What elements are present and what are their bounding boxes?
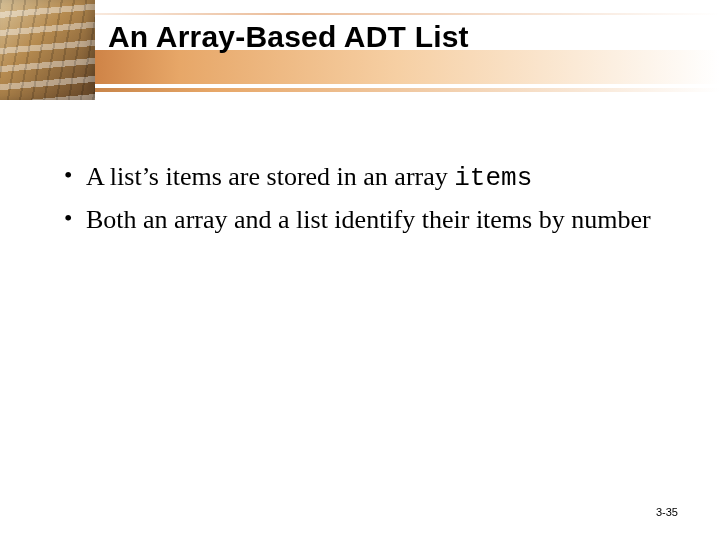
bullet-list: A list’s items are stored in an array it…: [60, 160, 660, 239]
code-text: items: [454, 163, 532, 193]
page-number: 3-35: [656, 506, 678, 518]
list-item: Both an array and a list identify their …: [60, 203, 660, 238]
header-band: [0, 50, 720, 84]
decorative-line: [0, 88, 720, 92]
header-photo: [0, 0, 95, 100]
bullet-text: Both an array and a list identify their …: [86, 205, 651, 234]
slide-body: A list’s items are stored in an array it…: [60, 160, 660, 247]
slide: An Array-Based ADT List A list’s items a…: [0, 0, 720, 540]
slide-title: An Array-Based ADT List: [108, 20, 688, 54]
bullet-text: A list’s items are stored in an array: [86, 162, 454, 191]
list-item: A list’s items are stored in an array it…: [60, 160, 660, 195]
decorative-line: [0, 13, 720, 15]
